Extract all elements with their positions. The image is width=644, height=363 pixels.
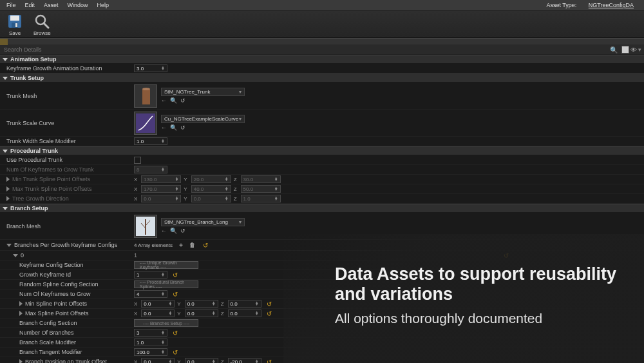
- input-min-spline-y[interactable]: 0.0▲▼: [185, 300, 218, 308]
- label-num-branches: Number Of Branches: [0, 328, 134, 337]
- label-bpg-configs: Branches Per Growth Keyframe Configs: [0, 240, 134, 250]
- label-trunk-scale-curve: Trunk Scale Curve: [0, 119, 134, 128]
- label-num-kf-trunk: Num Of Keyframes to Grow Trunk: [0, 165, 134, 174]
- input-branch-scale-mod[interactable]: 1.0▲▼: [134, 338, 167, 346]
- save-button[interactable]: Save: [4, 12, 26, 37]
- label-trunk-width-mod: Trunk Width Scale Modifier: [0, 137, 134, 146]
- input-growth-y[interactable]: 0.0▲▼: [191, 195, 231, 202]
- search-bar: 🔍 👁 ▾: [0, 44, 644, 55]
- label-rand-spline: Random Spline Config Section: [0, 280, 134, 289]
- label-use-proc: Use Procedural Trunk: [0, 155, 134, 164]
- reset-icon[interactable]: ↺: [173, 349, 178, 356]
- use-selected-icon[interactable]: ←: [161, 124, 167, 131]
- array-clear-icon[interactable]: 🗑: [189, 242, 195, 248]
- browse-to-icon[interactable]: 🔍: [170, 124, 177, 131]
- menu-window[interactable]: Window: [64, 1, 92, 10]
- browse-to-icon[interactable]: 🔍: [170, 97, 177, 104]
- section-branch-setup[interactable]: Branch Setup: [0, 204, 644, 213]
- array-idx0-summary: 1: [134, 252, 137, 259]
- use-selected-icon[interactable]: ←: [161, 228, 167, 234]
- reset-icon[interactable]: ↺: [180, 97, 185, 104]
- input-growth-z[interactable]: 1.0▲▼: [241, 195, 281, 202]
- reset-icon[interactable]: ↺: [504, 252, 509, 259]
- details-tab[interactable]: [0, 39, 8, 45]
- input-trunk-width-mod[interactable]: 1.0▲▼: [134, 137, 167, 145]
- input-max-spline-z[interactable]: 0.0▲▼: [228, 309, 261, 317]
- input-max-spline-y[interactable]: 0.0▲▼: [185, 309, 218, 317]
- input-max-spline-x[interactable]: 0.0▲▼: [141, 309, 175, 317]
- trunk-mesh-thumbnail[interactable]: [134, 84, 157, 108]
- collapse-icon: [3, 58, 8, 61]
- reset-icon[interactable]: ↺: [203, 242, 208, 249]
- menu-file[interactable]: File: [3, 1, 20, 10]
- label-trunk-mesh: Trunk Mesh: [0, 92, 134, 101]
- input-max-trunk-z[interactable]: 50.0▲▼: [241, 185, 281, 193]
- input-num-kf-grow[interactable]: 4▲▼: [134, 290, 167, 298]
- search-icon[interactable]: 🔍: [609, 46, 619, 54]
- reset-icon[interactable]: ↺: [173, 329, 178, 337]
- checkbox-use-proc[interactable]: [134, 157, 141, 164]
- reset-icon[interactable]: ↺: [180, 228, 185, 234]
- collapse-icon: [3, 150, 8, 153]
- browse-to-icon[interactable]: 🔍: [170, 228, 177, 234]
- section-trunk-setup[interactable]: Trunk Setup: [0, 74, 644, 83]
- trunk-curve-picker[interactable]: Cu_NGTreeExampleScaleCurve▾: [161, 115, 245, 123]
- input-growth-kf-id[interactable]: 1▲▼: [134, 271, 167, 279]
- label-kf-duration: Keyframe Growth Animation Duration: [0, 64, 134, 73]
- reset-icon[interactable]: ↺: [267, 358, 272, 364]
- section-procedural-trunk[interactable]: Procedural Trunk: [0, 146, 644, 155]
- reset-icon[interactable]: ↺: [173, 271, 178, 279]
- browse-button[interactable]: Browse: [31, 12, 53, 37]
- input-max-trunk-y[interactable]: 40.0▲▼: [191, 185, 231, 193]
- input-min-spline-z[interactable]: 0.0▲▼: [228, 300, 261, 308]
- input-min-spline-x[interactable]: 0.0▲▼: [141, 300, 175, 308]
- trunk-mesh-picker[interactable]: StM_NGTree_Trunk▾: [161, 88, 245, 96]
- menu-help[interactable]: Help: [93, 1, 113, 10]
- input-branch-pos-y[interactable]: 0.0▲▼: [185, 358, 218, 363]
- label-kf-cfg-section: Keyframe Config Section: [0, 260, 134, 270]
- reset-icon[interactable]: ↺: [180, 124, 185, 131]
- floppy-icon: [6, 13, 23, 30]
- reset-icon[interactable]: ↺: [173, 291, 178, 298]
- reset-icon[interactable]: ↺: [267, 310, 272, 317]
- input-branch-pos-x[interactable]: 0.0▲▼: [141, 358, 175, 363]
- pill-kf-cfg: ---- Unique Growth Keyframe ----: [134, 261, 198, 269]
- section-animation-setup[interactable]: Animation Setup: [0, 55, 644, 64]
- reset-icon[interactable]: ↺: [267, 300, 272, 308]
- tab-strip: [0, 38, 644, 44]
- label-min-spline: Min Spline Point Offsets: [0, 299, 134, 308]
- svg-rect-6: [142, 89, 150, 104]
- label-array-idx0: 0: [0, 251, 134, 260]
- magnifier-icon: [33, 13, 50, 30]
- view-eye-icon[interactable]: 👁: [630, 46, 637, 54]
- search-input[interactable]: [0, 46, 609, 53]
- branch-mesh-thumbnail[interactable]: [134, 215, 157, 238]
- menu-edit[interactable]: Edit: [21, 1, 39, 10]
- input-min-trunk-z[interactable]: 30.0▲▼: [241, 175, 281, 183]
- details-panel: Animation Setup Keyframe Growth Animatio…: [0, 55, 644, 363]
- label-min-trunk-off: Min Trunk Spline Point Offsets: [0, 175, 134, 184]
- array-add-icon[interactable]: ＋: [178, 240, 184, 250]
- label-branch-tan-mod: Branch Tangent Modifier: [0, 348, 134, 357]
- input-min-trunk-x[interactable]: 130.0▲▼: [141, 175, 181, 183]
- view-dropdown-icon[interactable]: ▾: [638, 46, 641, 53]
- use-selected-icon[interactable]: ←: [161, 97, 167, 104]
- asset-type-label: Asset Type: NGTreeConfigDA: [542, 2, 641, 8]
- label-branch-cfg: Branch Config Section: [0, 319, 134, 328]
- branch-mesh-picker[interactable]: StM_NGTree_Branch_Long▾: [161, 218, 245, 226]
- pill-rand-spline: ---- Procedural Branch Splines ----: [134, 280, 198, 288]
- asset-type-link[interactable]: NGTreeConfigDA: [585, 1, 638, 10]
- input-num-branches[interactable]: 3▲▼: [134, 329, 167, 337]
- input-kf-duration[interactable]: 3.0▲▼: [134, 64, 167, 72]
- input-min-trunk-y[interactable]: 20.0▲▼: [191, 175, 231, 183]
- trunk-curve-thumbnail[interactable]: [134, 112, 157, 135]
- label-branch-scale-mod: Branch Scale Modifier: [0, 338, 134, 347]
- input-branch-pos-z[interactable]: -20.0▲▼: [228, 358, 261, 363]
- view-matrix-icon[interactable]: [621, 46, 629, 54]
- input-growth-x[interactable]: 0.0▲▼: [141, 195, 181, 202]
- menu-asset[interactable]: Asset: [40, 1, 62, 10]
- input-branch-tan-mod[interactable]: 100.0▲▼: [134, 348, 167, 356]
- input-max-trunk-x[interactable]: 170.0▲▼: [141, 185, 181, 193]
- label-branch-mesh: Branch Mesh: [0, 222, 134, 231]
- input-num-kf-trunk[interactable]: 8▲▼: [134, 166, 167, 173]
